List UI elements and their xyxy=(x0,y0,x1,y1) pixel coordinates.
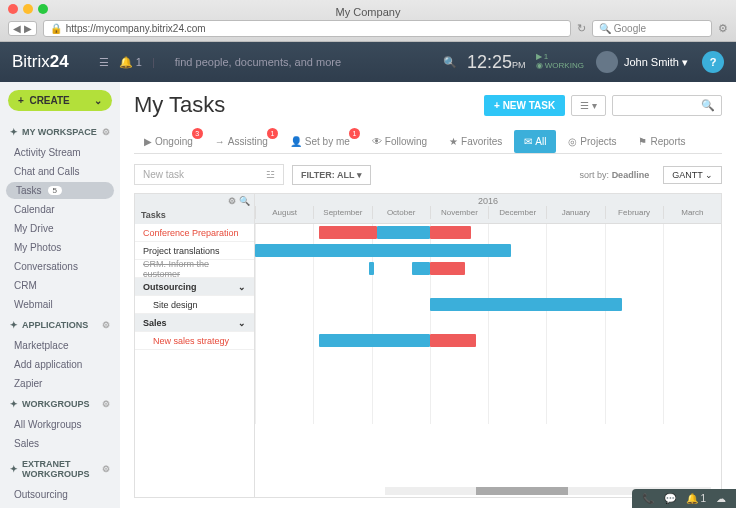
gantt-bar[interactable] xyxy=(412,262,429,275)
sidebar-item[interactable]: Conversations xyxy=(0,257,120,276)
cloud-icon[interactable]: ☁ xyxy=(716,493,726,504)
url-input[interactable]: 🔒 https://mycompany.bitrix24.com xyxy=(43,20,571,37)
tab-icon: ▶ xyxy=(144,136,152,147)
gantt-row-label[interactable]: New sales strategy xyxy=(135,332,254,350)
divider: | xyxy=(152,56,155,68)
star-icon: ✦ xyxy=(10,320,18,330)
gantt-bar[interactable] xyxy=(430,262,465,275)
global-search[interactable]: find people, documents, and more xyxy=(175,56,433,68)
month-label: November xyxy=(430,206,488,219)
gantt-bar[interactable] xyxy=(430,334,477,347)
minimize-icon[interactable] xyxy=(23,4,33,14)
sort-value[interactable]: Deadline xyxy=(612,170,650,180)
gear-icon: ⚙ xyxy=(102,127,110,137)
sidebar-item[interactable]: Chat and Calls xyxy=(0,162,120,181)
task-search[interactable]: 🔍 xyxy=(612,95,722,116)
work-status[interactable]: ▶ 1◉ WORKING xyxy=(536,53,584,71)
month-label: September xyxy=(313,206,371,219)
gantt-row-label[interactable]: Sales⌄ xyxy=(135,314,254,332)
create-button[interactable]: + CREATE⌄ xyxy=(8,90,112,111)
month-label: August xyxy=(255,206,313,219)
tab[interactable]: ◎ Projects xyxy=(558,130,626,153)
phone-icon[interactable]: 📞 xyxy=(642,493,654,504)
gantt-grid[interactable] xyxy=(255,224,721,424)
tab[interactable]: 👁 Following xyxy=(362,130,437,153)
sidebar-section[interactable]: ✦ MY WORKSPACE ⚙ xyxy=(0,121,120,143)
task-tabs: ▶ Ongoing3→ Assisting1👤 Set by me1👁 Foll… xyxy=(134,130,722,154)
gantt-bar[interactable] xyxy=(319,334,430,347)
sidebar-item[interactable]: Marketplace xyxy=(0,336,120,355)
tasks-column-header: ⚙ 🔍 Tasks xyxy=(135,194,254,224)
gear-icon[interactable]: ⚙ xyxy=(228,196,236,206)
scrollbar-thumb[interactable] xyxy=(476,487,567,495)
sidebar-section[interactable]: ✦ EXTRANET WORKGROUPS ⚙ xyxy=(0,453,120,485)
chevron-down-icon: ⌄ xyxy=(94,95,102,106)
sidebar-item[interactable]: Add application xyxy=(0,355,120,374)
tab[interactable]: ▶ Ongoing3 xyxy=(134,130,203,153)
tab[interactable]: ⚑ Reports xyxy=(628,130,695,153)
notif-icon[interactable]: 🔔 1 xyxy=(686,493,706,504)
avatar[interactable] xyxy=(596,51,618,73)
reload-icon[interactable]: ↻ xyxy=(577,22,586,35)
user-name[interactable]: John Smith ▾ xyxy=(624,56,688,69)
gantt-bar[interactable] xyxy=(319,226,377,239)
filter-button[interactable]: FILTER: ALL ▾ xyxy=(292,165,371,185)
tab[interactable]: 👤 Set by me1 xyxy=(280,130,360,153)
browser-search[interactable]: 🔍 Google xyxy=(592,20,712,37)
notif-icon[interactable]: 🔔 1 xyxy=(119,56,142,69)
search-placeholder: Google xyxy=(614,23,646,34)
sidebar-item[interactable]: Webmail xyxy=(0,295,120,314)
close-icon[interactable] xyxy=(8,4,18,14)
gantt-row-label[interactable]: Conference Preparation xyxy=(135,224,254,242)
sidebar-item[interactable]: Outsourcing xyxy=(0,485,120,504)
logo[interactable]: Bitrix24 xyxy=(12,52,69,72)
new-task-button[interactable]: + NEW TASK xyxy=(484,95,565,116)
tab[interactable]: ★ Favorites xyxy=(439,130,512,153)
tab-icon: ◎ xyxy=(568,136,577,147)
chevron-down-icon: ⌄ xyxy=(238,282,246,292)
tab-icon: 👁 xyxy=(372,136,382,147)
sidebar-item[interactable]: My Drive xyxy=(0,219,120,238)
sidebar-item[interactable]: Tasks5 xyxy=(6,182,114,199)
view-settings-button[interactable]: ☰ ▾ xyxy=(571,95,606,116)
sidebar-item[interactable]: CRM xyxy=(0,276,120,295)
sidebar-item[interactable]: Zapier xyxy=(0,374,120,393)
sidebar-section[interactable]: ✦ WORKGROUPS ⚙ xyxy=(0,393,120,415)
star-icon: ✦ xyxy=(10,464,18,474)
gantt-row-label[interactable]: Site design xyxy=(135,296,254,314)
search-icon[interactable]: 🔍 xyxy=(443,56,457,69)
gear-icon: ⚙ xyxy=(102,464,110,474)
menu-icon[interactable]: ☰ xyxy=(99,56,109,69)
chat-icon[interactable]: 💬 xyxy=(664,493,676,504)
gantt-row-label[interactable]: CRM. Inform the customer xyxy=(135,260,254,278)
chevron-down-icon: ⌄ xyxy=(238,318,246,328)
help-icon[interactable]: ? xyxy=(702,51,724,73)
gantt-bar[interactable] xyxy=(430,298,622,311)
new-task-input[interactable]: New task☳ xyxy=(134,164,284,185)
view-selector[interactable]: GANTT ⌄ xyxy=(663,166,722,184)
settings-icon[interactable]: ⚙ xyxy=(718,22,728,35)
tab[interactable]: ✉ All xyxy=(514,130,556,153)
gantt-bar[interactable] xyxy=(255,244,511,257)
sidebar-item[interactable]: All Workgroups xyxy=(0,415,120,434)
browser-chrome: My Company ◀ ▶ 🔒 https://mycompany.bitri… xyxy=(0,0,736,42)
app-header: Bitrix24 ☰ 🔔 1 | find people, documents,… xyxy=(0,42,736,82)
sidebar-item[interactable]: Calendar xyxy=(0,200,120,219)
tab[interactable]: → Assisting1 xyxy=(205,130,278,153)
gantt-bar[interactable] xyxy=(430,226,471,239)
badge: 1 xyxy=(349,128,360,139)
gantt-bar[interactable] xyxy=(377,226,429,239)
month-label: December xyxy=(488,206,546,219)
gantt-bar[interactable] xyxy=(369,262,375,275)
gantt-row-label[interactable]: Project translations xyxy=(135,242,254,260)
maximize-icon[interactable] xyxy=(38,4,48,14)
sidebar-item[interactable]: Activity Stream xyxy=(0,143,120,162)
gantt-row-label[interactable]: Outsourcing⌄ xyxy=(135,278,254,296)
sidebar-item[interactable]: My Photos xyxy=(0,238,120,257)
timeline-header: 2016 AugustSeptemberOctoberNovemberDecem… xyxy=(255,194,721,224)
sidebar-item[interactable]: Sales xyxy=(0,434,120,453)
search-icon[interactable]: 🔍 xyxy=(239,196,250,206)
sidebar-section[interactable]: ✦ APPLICATIONS ⚙ xyxy=(0,314,120,336)
clock: 12:25PM xyxy=(467,52,526,73)
nav-buttons[interactable]: ◀ ▶ xyxy=(8,21,37,36)
